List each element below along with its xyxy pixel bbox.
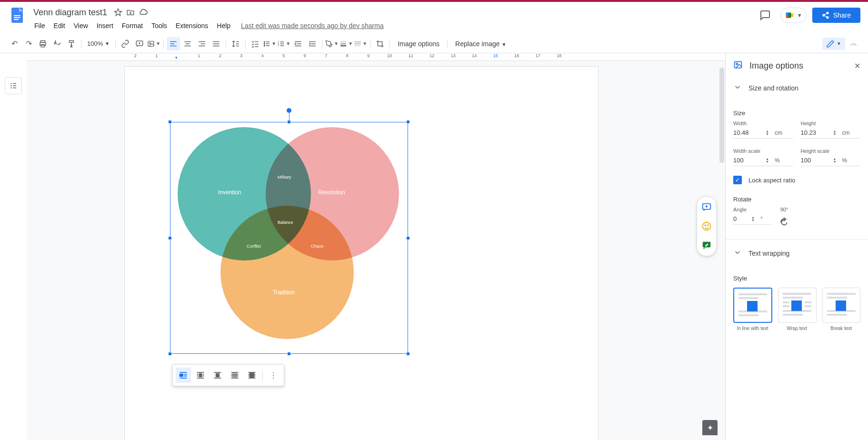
meet-button[interactable]: ▼ bbox=[780, 8, 807, 23]
rotation-handle[interactable] bbox=[287, 108, 291, 113]
menu-insert[interactable]: Insert bbox=[93, 20, 117, 31]
lock-aspect-checkbox[interactable]: ✓ bbox=[733, 176, 742, 184]
height-scale-stepper[interactable]: ▲▼ bbox=[833, 158, 837, 163]
svg-rect-21 bbox=[216, 374, 219, 377]
zoom-select[interactable]: 100%▼ bbox=[84, 38, 112, 49]
menu-tools[interactable]: Tools bbox=[148, 20, 171, 31]
size-rotation-section[interactable]: Size and rotation bbox=[726, 78, 868, 98]
docs-logo[interactable] bbox=[8, 6, 27, 25]
chevron-down-icon bbox=[733, 83, 742, 93]
close-icon[interactable]: ✕ bbox=[854, 61, 860, 70]
replace-image-button[interactable]: Replace image ▼ bbox=[450, 38, 511, 50]
rotate-90-icon[interactable] bbox=[779, 217, 789, 230]
add-comment-float-icon[interactable] bbox=[699, 200, 714, 215]
checklist-icon[interactable] bbox=[249, 37, 262, 50]
svg-point-15 bbox=[264, 45, 265, 46]
add-emoji-float-icon[interactable] bbox=[699, 219, 714, 234]
link-icon[interactable] bbox=[119, 37, 132, 50]
text-wrapping-section[interactable]: Text wrapping bbox=[726, 243, 868, 263]
wrap-break-card[interactable] bbox=[822, 288, 860, 323]
indent-decrease-icon[interactable] bbox=[291, 37, 305, 50]
document-title[interactable]: Venn diagram test1 bbox=[30, 7, 110, 19]
wrap-inline-icon[interactable] bbox=[176, 368, 191, 383]
width-stepper[interactable]: ▲▼ bbox=[766, 130, 769, 136]
menu-edit[interactable]: Edit bbox=[50, 20, 69, 31]
venn-label-ab: Military bbox=[278, 175, 291, 180]
venn-label-a: Invention bbox=[218, 189, 241, 196]
border-weight-icon[interactable]: ▼ bbox=[339, 37, 353, 50]
collapse-icon[interactable]: ︿ bbox=[847, 37, 860, 50]
print-icon[interactable] bbox=[36, 37, 50, 50]
width-scale-stepper[interactable]: ▲▼ bbox=[766, 158, 769, 163]
border-color-icon[interactable]: ▼ bbox=[325, 37, 339, 50]
image-options-button[interactable]: Image options bbox=[393, 38, 444, 50]
angle-input[interactable] bbox=[733, 215, 748, 222]
outline-toggle-icon[interactable] bbox=[5, 77, 22, 94]
front-text-icon[interactable] bbox=[244, 368, 259, 383]
align-right-icon[interactable] bbox=[195, 37, 209, 50]
svg-rect-20 bbox=[200, 374, 202, 377]
crop-icon[interactable] bbox=[373, 37, 387, 50]
svg-rect-1 bbox=[14, 15, 20, 16]
more-options-icon[interactable]: ⋮ bbox=[266, 368, 281, 383]
menu-help[interactable]: Help bbox=[213, 20, 234, 31]
height-scale-input[interactable] bbox=[801, 157, 829, 164]
venn-label-c: Tradition bbox=[273, 289, 295, 296]
menu-extensions[interactable]: Extensions bbox=[172, 20, 212, 31]
suggest-edits-float-icon[interactable] bbox=[699, 238, 714, 253]
width-input[interactable] bbox=[733, 129, 762, 136]
selected-image[interactable]: Invention Revolution Tradition Military … bbox=[170, 122, 408, 354]
explore-icon[interactable]: ✦ bbox=[702, 420, 718, 435]
menu-view[interactable]: View bbox=[70, 20, 92, 31]
menu-bar: File Edit View Insert Format Tools Exten… bbox=[30, 19, 756, 32]
image-icon bbox=[733, 60, 743, 71]
numbered-list-icon[interactable]: 123▼ bbox=[277, 37, 290, 50]
menu-file[interactable]: File bbox=[30, 20, 49, 31]
horizontal-ruler[interactable]: 2 1 ▾ 1 2 3 4 5 6 7 8 9 10 11 12 13 14 1… bbox=[27, 53, 725, 61]
behind-text-icon[interactable] bbox=[227, 368, 242, 383]
indent-increase-icon[interactable] bbox=[306, 37, 319, 50]
line-spacing-icon[interactable] bbox=[229, 37, 242, 50]
menu-format[interactable]: Format bbox=[118, 20, 147, 31]
add-comment-icon[interactable] bbox=[133, 37, 146, 50]
size-label: Size bbox=[733, 110, 860, 117]
align-center-icon[interactable] bbox=[181, 37, 194, 50]
width-scale-input[interactable] bbox=[733, 157, 762, 164]
svg-rect-22 bbox=[232, 373, 237, 378]
height-stepper[interactable]: ▲▼ bbox=[833, 130, 837, 136]
break-text-icon[interactable] bbox=[210, 368, 225, 383]
svg-rect-5 bbox=[786, 13, 789, 16]
spellcheck-icon[interactable] bbox=[50, 37, 64, 50]
align-left-icon[interactable] bbox=[167, 37, 180, 50]
editing-mode-button[interactable]: ▼ bbox=[822, 38, 845, 50]
undo-icon[interactable]: ↶ bbox=[8, 37, 21, 50]
angle-stepper[interactable]: ▲▼ bbox=[751, 216, 755, 222]
comment-history-icon[interactable] bbox=[756, 6, 775, 25]
chevron-down-icon bbox=[733, 248, 742, 259]
align-justify-icon[interactable] bbox=[210, 37, 223, 50]
wrap-inline-card[interactable] bbox=[733, 288, 772, 323]
move-icon[interactable] bbox=[126, 8, 135, 17]
wrap-text-icon[interactable] bbox=[193, 368, 208, 383]
paint-format-icon[interactable] bbox=[65, 37, 78, 50]
cloud-icon[interactable] bbox=[139, 8, 148, 17]
border-dash-icon[interactable]: ▼ bbox=[354, 37, 367, 50]
redo-icon[interactable]: ↷ bbox=[22, 37, 35, 50]
vertical-scrollbar[interactable] bbox=[719, 68, 724, 163]
svg-rect-29 bbox=[735, 61, 742, 68]
share-button[interactable]: Share bbox=[812, 8, 860, 23]
insert-image-icon[interactable]: ▼ bbox=[147, 37, 160, 50]
bullet-list-icon[interactable]: ▼ bbox=[263, 37, 276, 50]
height-input[interactable] bbox=[801, 129, 829, 136]
image-options-sidebar: Image options ✕ Size and rotation Size W… bbox=[725, 53, 868, 440]
sidebar-title: Image options bbox=[749, 61, 848, 71]
document-canvas[interactable]: 2 1 ▾ 1 2 3 4 5 6 7 8 9 10 11 12 13 14 1… bbox=[27, 53, 725, 440]
last-edit-link[interactable]: Last edit was made seconds ago by dev sh… bbox=[241, 22, 384, 30]
svg-rect-19 bbox=[180, 374, 183, 377]
image-position-toolbar: ⋮ bbox=[172, 364, 284, 386]
svg-rect-23 bbox=[249, 373, 254, 378]
wrap-text-card[interactable] bbox=[778, 288, 816, 323]
page[interactable]: Invention Revolution Tradition Military … bbox=[125, 67, 598, 440]
star-icon[interactable] bbox=[114, 8, 122, 17]
svg-point-14 bbox=[264, 43, 265, 44]
